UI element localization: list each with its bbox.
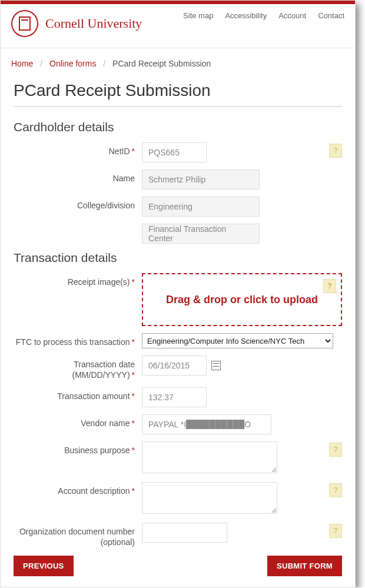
row-amount: Transaction amount* — [14, 387, 342, 407]
ftc-select[interactable]: Engineering/Computer Info Science/NYC Te… — [142, 333, 333, 348]
nav-accessibility[interactable]: Accessibility — [225, 11, 267, 20]
division-value: Engineering — [142, 197, 260, 217]
netid-input[interactable] — [142, 142, 207, 162]
label-account: Account description* — [14, 482, 142, 497]
name-value: Schmertz Philip — [142, 170, 260, 190]
amount-input[interactable] — [142, 387, 207, 407]
crumb-sep: / — [103, 59, 105, 68]
nav-contact[interactable]: Contact — [318, 11, 344, 20]
row-account: Account description* ? — [14, 482, 342, 516]
form-actions: PREVIOUS SUBMIT FORM — [14, 556, 342, 576]
page-title: PCard Receipt Submission — [14, 81, 342, 100]
top-nav: Site map Accessibility Account Contact — [183, 10, 344, 20]
help-orgdoc[interactable]: ? — [329, 524, 342, 538]
receipt-dropzone[interactable]: Drag & drop or click to upload ? — [142, 273, 342, 326]
dropzone-text: Drag & drop or click to upload — [166, 294, 318, 306]
submit-button[interactable]: SUBMIT FORM — [267, 556, 342, 576]
help-receipt[interactable]: ? — [323, 279, 336, 293]
help-account[interactable]: ? — [329, 483, 342, 497]
row-netid: NetID* ? — [14, 142, 342, 162]
row-date: Transaction date (MM/DD/YYYY)* — [14, 356, 342, 380]
purpose-textarea[interactable] — [142, 441, 277, 473]
page-card: Cornell University Site map Accessibilit… — [0, 0, 356, 587]
date-input[interactable] — [142, 356, 207, 376]
label-ftc: FTC to process this transaction* — [14, 333, 142, 348]
brand: Cornell University — [11, 10, 142, 37]
row-orgdoc: Organization document number (optional) … — [14, 523, 342, 547]
crumb-sep: / — [40, 59, 42, 68]
previous-button[interactable]: PREVIOUS — [14, 556, 74, 576]
row-ftc: FTC to process this transaction* Enginee… — [14, 333, 342, 348]
label-receipt: Receipt image(s)* — [14, 273, 142, 288]
breadcrumb: Home / Online forms / PCard Receipt Subm… — [1, 48, 355, 74]
orgdoc-input[interactable] — [142, 523, 227, 543]
row-receipt: Receipt image(s)* Drag & drop or click t… — [14, 273, 342, 326]
nav-account[interactable]: Account — [278, 11, 306, 20]
label-amount: Transaction amount* — [14, 387, 142, 402]
label-date: Transaction date (MM/DD/YYYY)* — [14, 356, 142, 380]
help-purpose[interactable]: ? — [329, 443, 342, 457]
help-netid[interactable]: ? — [329, 144, 342, 158]
row-name: Name Schmertz Philip — [14, 170, 342, 190]
content: PCard Receipt Submission Cardholder deta… — [1, 74, 355, 587]
label-vendor: Vendor name* — [14, 414, 142, 429]
vendor-input[interactable] — [142, 414, 271, 434]
ftc-value: Financial Transaction Center — [142, 224, 260, 244]
row-vendor: Vendor name* — [14, 414, 342, 434]
row-division: College/division Engineering Financial T… — [14, 197, 342, 244]
calendar-icon[interactable] — [211, 361, 221, 370]
label-purpose: Business purpose* — [14, 441, 142, 456]
label-name: Name — [14, 170, 142, 184]
brand-name: Cornell University — [45, 16, 142, 31]
label-orgdoc: Organization document number (optional) — [14, 523, 142, 547]
title-rule — [14, 106, 342, 107]
transaction-heading: Transaction details — [14, 251, 342, 265]
nav-sitemap[interactable]: Site map — [183, 11, 213, 20]
crumb-current: PCard Receipt Submission — [112, 59, 211, 68]
crumb-home[interactable]: Home — [11, 59, 33, 68]
label-division: College/division — [14, 197, 142, 211]
crumb-forms[interactable]: Online forms — [49, 59, 96, 68]
cornell-seal-icon — [11, 10, 38, 37]
row-purpose: Business purpose* ? — [14, 441, 342, 475]
label-netid: NetID* — [14, 142, 142, 157]
page-header: Cornell University Site map Accessibilit… — [1, 4, 355, 48]
account-textarea[interactable] — [142, 482, 277, 514]
cardholder-heading: Cardholder details — [14, 120, 342, 134]
